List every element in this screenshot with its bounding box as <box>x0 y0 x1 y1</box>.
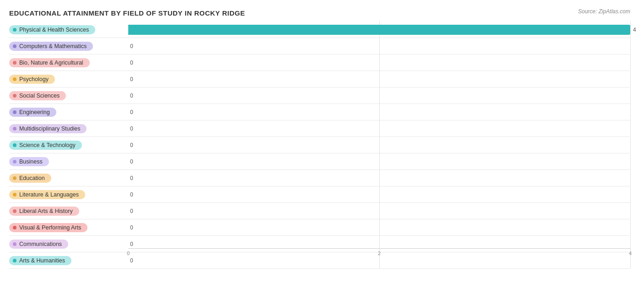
bar-section: 0 <box>128 71 630 87</box>
grid-line <box>630 71 631 87</box>
bar-section: 0 <box>128 104 630 120</box>
category-pill: Psychology <box>9 75 55 84</box>
bar-row: Engineering0 <box>9 104 630 120</box>
bar-section: 0 <box>128 153 630 169</box>
category-label: Social Sciences <box>19 93 60 99</box>
category-label: Education <box>19 175 45 181</box>
bar-row: Visual & Performing Arts0 <box>9 219 630 236</box>
bar-value-label: 0 <box>130 191 133 198</box>
grid-line <box>630 120 631 136</box>
category-pill: Physical & Health Sciences <box>9 25 95 34</box>
bar-section: 0 <box>128 38 630 54</box>
bar-value-label: 0 <box>130 158 133 165</box>
category-label: Computers & Mathematics <box>19 43 87 49</box>
category-label: Liberal Arts & History <box>19 208 73 214</box>
bar-row: Psychology0 <box>9 71 630 87</box>
category-pill: Communications <box>9 240 68 249</box>
category-pill: Literature & Languages <box>9 190 85 199</box>
grid-line <box>630 87 631 104</box>
grid-line <box>630 137 631 153</box>
category-dot <box>13 77 16 81</box>
grid-line <box>630 186 631 202</box>
bar-value-label: 0 <box>130 109 133 115</box>
category-pill: Business <box>9 157 49 166</box>
category-dot <box>13 193 16 196</box>
grid-line <box>630 22 631 38</box>
category-pill: Visual & Performing Arts <box>9 223 87 232</box>
category-label: Engineering <box>19 109 50 115</box>
grid-line <box>630 104 631 120</box>
category-dot <box>13 242 16 246</box>
grid-line <box>379 71 380 87</box>
bar-row: Social Sciences0 <box>9 87 630 104</box>
bar-row: Computers & Mathematics0 <box>9 38 630 55</box>
bar-value-label: 0 <box>130 241 133 247</box>
grid-line <box>630 153 631 169</box>
chart-body: Physical & Health Sciences4Computers & M… <box>9 22 630 256</box>
category-dot <box>13 259 16 262</box>
category-label: Science & Technology <box>19 142 76 148</box>
category-pill: Liberal Arts & History <box>9 207 79 216</box>
category-dot <box>13 94 16 98</box>
bar-section: 0 <box>128 203 630 219</box>
category-label: Psychology <box>19 76 49 82</box>
grid-line <box>630 170 631 186</box>
category-label: Literature & Languages <box>19 191 79 198</box>
chart-source: Source: ZipAtlas.com <box>578 8 630 15</box>
bar-section: 0 <box>128 120 630 136</box>
bar-value-label: 0 <box>130 125 133 132</box>
category-dot <box>13 143 16 147</box>
category-dot <box>13 226 16 229</box>
x-tick: 4 <box>629 251 632 256</box>
bar-row: Science & Technology0 <box>9 137 630 153</box>
category-pill: Multidisciplinary Studies <box>9 124 87 133</box>
category-label: Arts & Humanities <box>19 257 65 264</box>
bar-value-label: 0 <box>130 142 133 148</box>
grid-line <box>630 203 631 219</box>
bar-section: 0 <box>128 87 630 104</box>
category-dot <box>13 61 16 65</box>
grid-line <box>379 38 380 54</box>
category-label: Bio, Nature & Agricultural <box>19 60 83 66</box>
grid-line <box>630 236 631 252</box>
bar-value-label: 0 <box>130 224 133 231</box>
grid-line <box>379 55 380 71</box>
x-tick: 2 <box>378 251 381 256</box>
x-axis: 024 <box>9 248 630 257</box>
bar-section: 0 <box>128 186 630 202</box>
category-label: Multidisciplinary Studies <box>19 125 80 132</box>
bar-row: Education0 <box>9 170 630 186</box>
category-label: Communications <box>19 241 62 247</box>
chart-title: EDUCATIONAL ATTAINMENT BY FIELD OF STUDY… <box>9 9 630 17</box>
bar-section: 0 <box>128 137 630 153</box>
grid-line <box>379 186 380 202</box>
chart-container: EDUCATIONAL ATTAINMENT BY FIELD OF STUDY… <box>0 0 644 289</box>
bar-row: Literature & Languages0 <box>9 186 630 203</box>
grid-line <box>630 38 631 54</box>
grid-line <box>379 137 380 153</box>
grid-line <box>630 219 631 235</box>
category-pill: Engineering <box>9 108 56 117</box>
grid-line <box>379 203 380 219</box>
category-pill: Bio, Nature & Agricultural <box>9 58 90 67</box>
bar-value-label: 0 <box>130 60 133 66</box>
bar-value-label: 0 <box>130 175 133 181</box>
bar-section: 0 <box>128 55 630 71</box>
grid-line <box>379 104 380 120</box>
grid-line <box>379 170 380 186</box>
category-dot <box>13 176 16 180</box>
category-pill: Social Sciences <box>9 91 66 100</box>
bar-value-label: 0 <box>130 93 133 99</box>
category-dot <box>13 44 16 48</box>
bar-section: 4 <box>128 22 630 38</box>
grid-line <box>379 219 380 235</box>
grid-line <box>379 87 380 104</box>
bar <box>128 25 630 35</box>
category-pill: Science & Technology <box>9 141 82 150</box>
bar-value-label: 0 <box>130 257 133 264</box>
bar-row: Business0 <box>9 153 630 170</box>
bar-value-label: 0 <box>130 208 133 214</box>
bar-row: Bio, Nature & Agricultural0 <box>9 55 630 71</box>
category-label: Visual & Performing Arts <box>19 224 81 231</box>
category-dot <box>13 160 16 164</box>
